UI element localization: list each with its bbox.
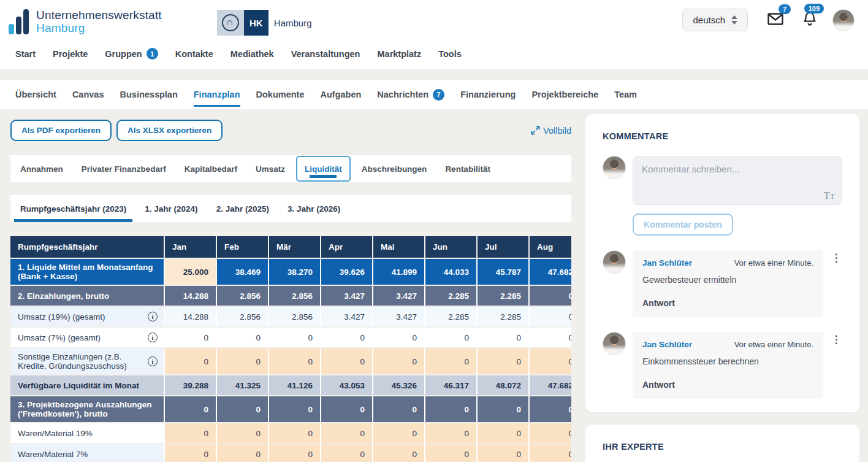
cell-m-r: 0 — [268, 328, 320, 347]
nav-item-kontakte[interactable]: Kontakte — [175, 48, 213, 60]
tab-aufgaben[interactable]: Aufgaben — [320, 81, 361, 108]
table-row-umsatz-7-gesamt: Umsatz (7%) (gesamt)i00000000 — [10, 326, 571, 347]
cell-jan: 14.288 — [164, 286, 216, 306]
comment-author[interactable]: Jan Schlüter — [642, 340, 692, 349]
cell-jul[interactable]: 0 — [476, 444, 528, 462]
cell-apr: 0 — [320, 396, 372, 422]
comment-list: Jan SchlüterVor etwa einer Minute.Gewerb… — [603, 250, 842, 399]
year-tab-2-jahr-2025[interactable]: 2. Jahr (2025) — [210, 195, 275, 222]
cell-mai[interactable]: 0 — [372, 423, 424, 443]
tab-nachrichten[interactable]: Nachrichten7 — [377, 80, 444, 109]
cell-jul[interactable]: 0 — [476, 423, 528, 443]
fin-tab-annahmen[interactable]: Annahmen — [13, 155, 70, 182]
uwh-logo[interactable]: Unternehmenswerkstatt Hamburg — [9, 9, 162, 36]
cell-jun[interactable]: 0 — [424, 348, 476, 374]
cell-mai[interactable]: 0 — [372, 444, 424, 462]
cell-feb[interactable]: 0 — [216, 348, 268, 374]
nav-item-start[interactable]: Start — [15, 48, 36, 60]
cell-jan[interactable]: 0 — [164, 423, 216, 443]
nav-item-label: Start — [15, 49, 36, 59]
table-row-1-liquide-mittel-am-monatsanfang-bank-ka: 1. Liquide Mittel am Monatsanfang (Bank … — [10, 258, 571, 285]
info-icon[interactable]: i — [148, 312, 158, 321]
cell-jan: 14.288 — [164, 307, 216, 326]
text-format-icon[interactable]: TT — [824, 190, 835, 201]
logo-line1: Unternehmenswerkstatt — [36, 9, 162, 22]
tab-canvas[interactable]: Canvas — [72, 81, 104, 108]
cell-feb[interactable]: 0 — [216, 423, 268, 443]
year-tab-3-jahr-2026[interactable]: 3. Jahr (2026) — [281, 195, 346, 222]
tab-team[interactable]: Team — [614, 81, 637, 108]
export-pdf-button[interactable]: Als PDF exportieren — [10, 120, 112, 141]
fin-tab-umsatz[interactable]: Umsatz — [248, 155, 292, 182]
fullscreen-button[interactable]: Vollbild — [531, 126, 571, 136]
info-icon[interactable]: i — [148, 333, 158, 342]
comment-menu-button[interactable]: ⋮ — [830, 332, 842, 399]
nav-item-tools[interactable]: Tools — [438, 48, 462, 60]
export-xlsx-button[interactable]: Als XLSX exportieren — [116, 120, 223, 141]
cell-mai: 0 — [372, 328, 424, 347]
reply-button[interactable]: Antwort — [642, 298, 813, 308]
fin-tab-rentabilit-t[interactable]: Rentabilität — [438, 155, 498, 182]
language-select[interactable]: deutsch — [682, 9, 748, 31]
row-label-text: 3. Projektbezogene Auszahlungen ('Fremdk… — [18, 400, 158, 418]
tab-finanzierung[interactable]: Finanzierung — [460, 81, 516, 108]
cell-jan[interactable]: 0 — [164, 444, 216, 462]
notifications-button[interactable]: 109 — [803, 12, 817, 29]
cell-jun[interactable]: 0 — [424, 423, 476, 443]
nav-item-veranstaltungen[interactable]: Veranstaltungen — [291, 48, 360, 60]
fin-tab-privater-finanzbedarf[interactable]: Privater Finanzbedarf — [74, 155, 173, 182]
comment-header: Jan SchlüterVor etwa einer Minute. — [642, 340, 813, 349]
nav-item-mediathek[interactable]: Mediathek — [230, 48, 274, 60]
cell-mai: 0 — [372, 396, 424, 422]
tab-bersicht[interactable]: Übersicht — [15, 81, 56, 108]
year-tab-rumpfgesch-ftsjahr-2023[interactable]: Rumpfgeschäftsjahr (2023) — [14, 195, 132, 222]
cell-jan[interactable]: 0 — [164, 348, 216, 374]
cell-aug[interactable]: 0 — [528, 423, 571, 443]
cell-aug[interactable]: 0 — [528, 348, 571, 374]
tab-finanzplan[interactable]: Finanzplan — [194, 81, 240, 108]
cell-m-r[interactable]: 0 — [268, 444, 320, 462]
cell-apr[interactable]: 0 — [320, 444, 372, 462]
hk-hamburg-logo[interactable]: ⛫ HK Hamburg — [217, 10, 312, 36]
comment-menu-button[interactable]: ⋮ — [830, 250, 842, 317]
cell-m-r[interactable]: 0 — [268, 348, 320, 374]
comments-title: KOMMENTARE — [603, 131, 842, 141]
cell-apr[interactable]: 0 — [320, 423, 372, 443]
comment-author[interactable]: Jan Schlüter — [642, 258, 692, 268]
cell-jun: 44.033 — [424, 259, 476, 285]
nav-item-projekte[interactable]: Projekte — [53, 48, 88, 60]
comment-input[interactable] — [633, 156, 842, 205]
logo-line2: Hamburg — [36, 22, 162, 35]
cell-feb[interactable]: 0 — [216, 444, 268, 462]
nav-item-marktplatz[interactable]: Marktplatz — [377, 48, 421, 60]
fin-tab-kapitalbedarf[interactable]: Kapitalbedarf — [177, 155, 245, 182]
project-nav: ÜbersichtCanvasBusinessplanFinanzplanDok… — [0, 80, 868, 109]
cell-jul[interactable]: 0 — [476, 348, 528, 374]
cell-mai[interactable]: 0 — [372, 348, 424, 374]
cell-m-r[interactable]: 0 — [268, 423, 320, 443]
cell-jun[interactable]: 0 — [424, 444, 476, 462]
messages-button[interactable]: 7 — [767, 12, 783, 28]
row-label-text: 2. Einzahlungen, brutto — [18, 291, 109, 301]
fin-tab-liquidit-t[interactable]: Liquidität — [296, 156, 351, 182]
tab-dokumente[interactable]: Dokumente — [256, 81, 305, 108]
month-header-jun: Jun — [424, 236, 476, 258]
cell-m-r: 38.270 — [268, 259, 320, 285]
user-avatar[interactable] — [832, 9, 855, 31]
cell-m-r: 2.856 — [268, 307, 320, 326]
cell-jan[interactable]: 25.000 — [164, 259, 216, 285]
reply-button[interactable]: Antwort — [642, 380, 813, 390]
nav-item-gruppen[interactable]: Gruppen1 — [105, 48, 158, 60]
comment-text: Einkommenssteuer berechnen — [642, 356, 813, 366]
cell-apr[interactable]: 0 — [320, 348, 372, 374]
cell-aug[interactable]: 0 — [528, 444, 571, 462]
post-comment-button[interactable]: Kommentar posten — [633, 214, 733, 236]
tab-projektbereiche[interactable]: Projektbereiche — [531, 81, 598, 108]
cell-feb: 38.469 — [216, 259, 268, 285]
fin-tab-abschreibungen[interactable]: Abschreibungen — [354, 155, 435, 182]
finance-tabs: AnnahmenPrivater FinanzbedarfKapitalbeda… — [10, 155, 571, 182]
info-icon[interactable]: i — [148, 356, 158, 366]
language-value: deutsch — [693, 15, 725, 25]
tab-businessplan[interactable]: Businessplan — [120, 81, 177, 108]
year-tab-1-jahr-2024[interactable]: 1. Jahr (2024) — [139, 195, 204, 222]
